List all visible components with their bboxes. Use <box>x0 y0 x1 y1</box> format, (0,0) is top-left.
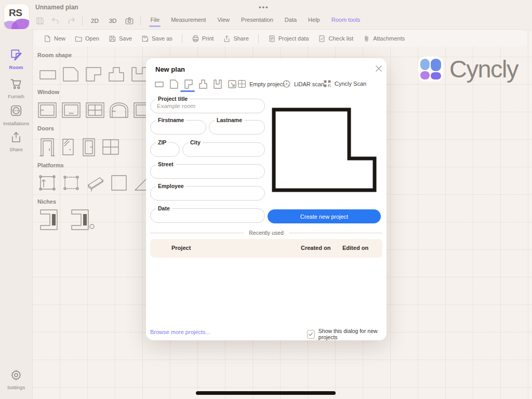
share-icon <box>10 131 22 143</box>
save-as-button[interactable]: Save as <box>141 35 172 43</box>
project-data-button[interactable]: Project data <box>268 35 309 43</box>
single-door[interactable] <box>39 137 56 157</box>
new-button[interactable]: New <box>44 35 65 43</box>
new-file-icon <box>44 35 51 43</box>
t-shape-room[interactable] <box>107 66 126 82</box>
column-project: Project <box>171 245 191 251</box>
paperclip-icon <box>363 35 370 43</box>
main-sidebar: Room Furnish Installations Share <box>0 29 33 399</box>
l-shape-room[interactable] <box>84 66 103 82</box>
attachments-button[interactable]: Attachments <box>363 35 405 43</box>
top-bar: RS Unnamed plan ••• 2D 3D <box>0 0 532 29</box>
tab-u-shape[interactable] <box>212 79 223 89</box>
niche-with-outlet[interactable] <box>68 208 97 232</box>
menu-help[interactable]: Help <box>308 15 320 27</box>
camera-icon[interactable] <box>125 16 134 25</box>
firstname-field[interactable]: Firstname <box>150 120 206 135</box>
menu-file[interactable]: File <box>150 15 159 27</box>
employee-field[interactable]: Employee <box>150 186 265 201</box>
tab-clipped-corner-shape[interactable] <box>169 79 179 89</box>
glass-door[interactable] <box>60 137 76 157</box>
sidebar-item-installations[interactable]: Installations <box>0 104 32 126</box>
active-menu-underline <box>149 25 161 27</box>
menu-data[interactable]: Data <box>285 15 297 27</box>
lastname-field[interactable]: Lastname <box>209 120 265 135</box>
view-2d-button[interactable]: 2D <box>89 17 101 25</box>
column-created-on: Created on <box>301 245 330 251</box>
print-icon <box>192 35 200 43</box>
tab-cyncly-scan[interactable]: Cyncly Scan <box>323 79 366 88</box>
floorplan-wall-segment[interactable] <box>196 391 336 395</box>
power-socket-icon <box>9 104 23 117</box>
save-icon <box>109 35 116 43</box>
slab-platform[interactable] <box>85 174 105 192</box>
section-title-room-shape: Room shape <box>37 52 72 58</box>
show-dialog-checkbox-row[interactable]: Show this dialog for new projects <box>307 328 387 340</box>
room-shape-tools <box>38 66 149 82</box>
project-data-icon <box>268 35 276 43</box>
tab-custom-draw-shape[interactable] <box>227 79 237 89</box>
checkbox-checked-icon[interactable] <box>307 330 315 339</box>
square-platform[interactable] <box>109 174 129 192</box>
active-tab-underline <box>180 90 195 92</box>
arched-window[interactable] <box>109 102 129 118</box>
close-icon[interactable] <box>375 64 383 73</box>
rectangle-room[interactable] <box>38 66 57 82</box>
divider-line <box>289 233 382 233</box>
menu-measurement[interactable]: Measurement <box>171 15 206 27</box>
furnish-cart-icon <box>9 77 23 90</box>
view-3d-button[interactable]: 3D <box>107 17 119 25</box>
menu-room-tools[interactable]: Room tools <box>331 15 361 27</box>
menu-presentation[interactable]: Presentation <box>241 15 273 27</box>
tab-l-shape[interactable] <box>183 79 194 89</box>
app-logo[interactable]: RS <box>4 4 29 29</box>
room-shape-preview <box>270 105 380 195</box>
sill-window[interactable] <box>61 102 81 118</box>
project-title-field[interactable]: Project title <box>150 99 265 113</box>
share-button[interactable]: Share <box>223 35 248 43</box>
create-new-project-button[interactable]: Create new project <box>268 209 381 223</box>
window-tools <box>37 102 153 118</box>
tab-rectangle-shape[interactable] <box>154 79 165 89</box>
draw-platform[interactable] <box>37 174 57 192</box>
city-field[interactable]: City <box>182 142 265 157</box>
overflow-menu[interactable]: ••• <box>259 3 269 11</box>
sidebar-item-share[interactable]: Share <box>0 131 32 152</box>
lidar-icon <box>282 79 291 88</box>
cross-window[interactable] <box>85 102 105 118</box>
sidebar-item-furnish[interactable]: Furnish <box>0 77 32 99</box>
share-icon <box>223 35 231 43</box>
zip-field[interactable]: ZIP <box>150 142 180 157</box>
hinged-door[interactable] <box>81 137 97 157</box>
save-button[interactable]: Save <box>109 35 132 43</box>
browse-more-projects-link[interactable]: Browse more projects... <box>150 329 210 335</box>
check-list-button[interactable]: Check list <box>318 35 353 43</box>
qr-scan-icon <box>323 79 331 88</box>
menu-view[interactable]: View <box>217 15 230 27</box>
platform-tools <box>37 174 153 192</box>
undo-icon[interactable] <box>51 16 60 25</box>
recently-used-divider: Recently used <box>150 230 382 236</box>
date-field[interactable]: Date <box>150 208 265 223</box>
sidebar-item-room[interactable]: Room <box>0 48 32 70</box>
tab-lidar-scan[interactable]: LiDAR scan <box>282 79 324 88</box>
room-plan-icon <box>9 48 23 61</box>
niche-tools <box>36 208 97 232</box>
open-button[interactable]: Open <box>75 35 99 43</box>
tab-empty-project[interactable]: Empty project <box>237 79 284 88</box>
double-door[interactable] <box>101 137 120 157</box>
niche[interactable] <box>36 208 63 232</box>
snap-platform[interactable] <box>61 174 81 192</box>
casement-window[interactable] <box>37 102 57 118</box>
street-field[interactable]: Street <box>150 164 265 179</box>
save-icon[interactable] <box>35 16 45 25</box>
print-button[interactable]: Print <box>192 35 214 43</box>
divider <box>258 34 259 43</box>
tab-t-shape[interactable] <box>198 79 208 89</box>
redo-icon[interactable] <box>66 16 76 25</box>
clipped-corner-room[interactable] <box>61 66 80 82</box>
sidebar-item-settings[interactable]: Settings <box>0 369 32 390</box>
logo-blob <box>11 19 29 29</box>
grid-icon <box>237 79 246 88</box>
menu-bar: File Measurement View Presentation Data … <box>150 15 360 27</box>
